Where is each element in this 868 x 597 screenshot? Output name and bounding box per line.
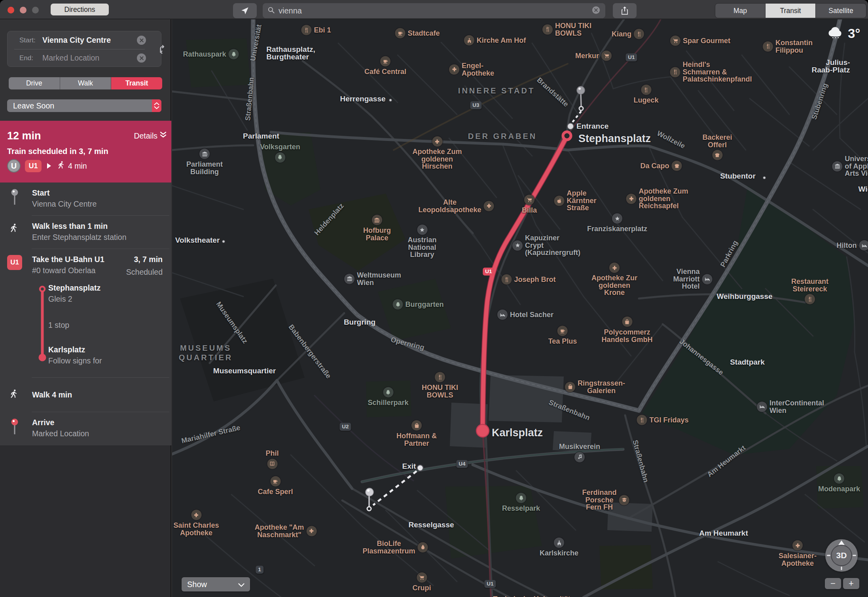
map-poi-label[interactable]: Da Capo <box>640 162 669 170</box>
poi-fork-icon <box>542 24 553 34</box>
tab-transit[interactable]: Transit <box>766 4 816 18</box>
map-poi-label[interactable]: Hofburg Palace <box>363 227 391 241</box>
details-button[interactable]: Details <box>134 131 167 141</box>
map-poi-label[interactable]: Apotheke Zum goldenen Reichsapfel <box>639 188 688 210</box>
poi-fork-icon <box>501 274 512 285</box>
map-poi-label[interactable]: Technische Universität <box>493 595 570 597</box>
map-poi-label[interactable]: Heindl's Schmarren & Palatschinkenpfandl <box>682 61 752 83</box>
zoom-button[interactable] <box>32 7 39 13</box>
current-location-button[interactable] <box>233 3 257 18</box>
route-step-walk: Walk 4 min <box>0 378 171 412</box>
map-poi-label[interactable]: Saint Charles Apotheke <box>173 522 219 536</box>
map-poi-label[interactable]: BioLife Plasmazentrum <box>362 540 415 555</box>
mode-walk[interactable]: Walk <box>60 77 112 89</box>
map-label-text: Wien Mitte <box>859 186 868 193</box>
map-poi-label[interactable]: Stadtcafe <box>407 30 440 37</box>
map-poi-label[interactable]: Ferdinand Porsche Fern FH <box>582 489 616 511</box>
clear-end-button[interactable] <box>137 53 146 63</box>
map-poi-label[interactable]: Kirche Am Hof <box>477 37 526 44</box>
map-poi-label[interactable]: Merkur <box>575 52 599 60</box>
map-street-label: Wollzeile <box>656 129 686 150</box>
map-poi-label[interactable]: HONU TIKI BOWLS <box>422 384 458 399</box>
map-poi-label[interactable]: Franziskanerplatz <box>587 225 647 233</box>
map-poi-label[interactable]: Kapuziner Crypt (Kapuzinergruft) <box>525 234 580 257</box>
map-poi-label[interactable]: Kiang <box>612 30 631 38</box>
end-field[interactable]: End: Marked Location <box>8 49 161 67</box>
map-poi-label[interactable]: Konstantin Filippou <box>775 39 813 54</box>
start-field[interactable]: Start: Vienna City Centre <box>8 31 161 49</box>
map-label-text: Kiang <box>612 30 631 38</box>
map-poi-label[interactable]: HONU TIKI BOWLS <box>555 22 591 37</box>
search-input[interactable]: vienna <box>263 3 605 18</box>
compass-3d-control[interactable]: 3D <box>825 539 858 572</box>
map-poi-label[interactable]: Apotheke "Am Naschmarkt" <box>255 524 304 538</box>
threed-button[interactable]: 3D <box>831 545 852 566</box>
map-label-text: Opernring <box>390 336 425 351</box>
map-poi-label[interactable]: Vienna Marriott Hotel <box>673 268 700 290</box>
map-poi-label[interactable]: Tea Plus <box>548 338 577 345</box>
swap-start-end-button[interactable] <box>156 44 168 56</box>
mode-transit[interactable]: Transit <box>111 77 162 89</box>
map-poi-label[interactable]: Lugeck <box>633 97 658 104</box>
map-poi-label[interactable]: Restaurant Steirereck <box>791 278 828 293</box>
map-poi-label[interactable]: Spar Gourmet <box>683 37 730 45</box>
map-poi-label[interactable]: Backerei Offerl <box>702 134 732 148</box>
map-poi-label[interactable]: Cafe Sperl <box>258 488 293 496</box>
map-poi-label[interactable]: University of Applied Arts Vienna <box>845 155 868 177</box>
depart-time-select[interactable]: Leave Soon <box>7 99 161 112</box>
map-poi-label[interactable]: Modenapark <box>818 485 860 493</box>
map-poi-label[interactable]: Austrian National Library <box>407 236 436 259</box>
map-label-text: Ringstrassen- Galerien <box>578 380 625 394</box>
map-canvas[interactable]: Ebi 1StadtcafeKirche Am HofHONU TIKI BOW… <box>172 19 868 597</box>
search-clear-button[interactable] <box>591 6 601 16</box>
tab-map[interactable]: Map <box>715 4 766 18</box>
map-poi-label[interactable]: Joseph Brot <box>514 276 555 283</box>
map-poi-label[interactable]: Volksgarten <box>260 143 300 151</box>
map-poi-label[interactable]: Ringstrassen- Galerien <box>578 380 625 394</box>
map-poi-label[interactable]: Engel- Apotheke <box>462 62 494 77</box>
map-street-label: Straßenbahn <box>244 77 255 121</box>
map-poi-label[interactable]: Karlskirche <box>540 549 578 557</box>
map-poi-label[interactable]: Apotheke Zur goldenen Krone <box>591 274 637 297</box>
map-poi-label[interactable]: Crupi <box>413 584 431 592</box>
poi-fork-icon <box>670 67 680 77</box>
clear-start-button[interactable] <box>137 36 146 45</box>
minimize-button[interactable] <box>20 7 27 13</box>
map-poi-label[interactable]: Apple Kärntner Straße <box>567 190 596 212</box>
map-poi-label[interactable]: Parliament Building <box>186 161 223 175</box>
cloud-icon <box>827 25 844 42</box>
map-poi-label[interactable]: Rathauspark <box>183 51 226 58</box>
tab-satellite[interactable]: Satellite <box>816 4 866 18</box>
map-poi-label[interactable]: Phil <box>265 450 279 457</box>
close-button[interactable] <box>8 7 14 13</box>
map-poi-label[interactable]: Weltmuseum Wien <box>357 272 401 286</box>
map-poi-label[interactable]: Hilton <box>837 242 857 249</box>
map-poi-label[interactable]: Hotel Sacher <box>510 311 553 319</box>
map-poi-label[interactable]: Burggarten <box>405 301 443 308</box>
show-dropdown[interactable]: Show <box>182 577 250 591</box>
mode-drive[interactable]: Drive <box>9 77 60 89</box>
map-poi-label[interactable]: Resselpark <box>502 505 540 512</box>
map-poi-label[interactable]: Billa <box>522 207 537 214</box>
directions-button[interactable]: Directions <box>51 4 109 15</box>
map-poi-label[interactable]: Apotheke Zum goldenen Hirschen <box>412 148 462 170</box>
map-poi-label[interactable]: Musikverein <box>559 443 600 451</box>
map-poi-label[interactable]: Polycommerz Handels GmbH <box>601 329 652 343</box>
map-label-text: Weihburggasse <box>716 293 772 300</box>
map-poi-label[interactable]: Schillerpark <box>368 399 408 407</box>
zoom-out-button[interactable]: − <box>825 578 841 589</box>
zoom-in-button[interactable]: + <box>843 578 859 589</box>
map-street-label: Parlament <box>243 133 279 140</box>
poi-fork-icon <box>634 29 644 39</box>
map-poi-label[interactable]: Alte Leopoldsapotheke <box>418 199 481 213</box>
map-poi-label[interactable]: Salesianer- Apotheke <box>779 552 817 567</box>
map-poi-label[interactable]: TGI Fridays <box>649 416 688 424</box>
share-button[interactable] <box>613 3 637 18</box>
map-label-text: Cafe Sperl <box>258 488 293 496</box>
map-poi-label[interactable]: Café Central <box>364 68 406 76</box>
map-poi-label[interactable]: Hoffmann & Partner <box>396 432 437 447</box>
map-poi-label[interactable]: Ebi 1 <box>314 27 331 34</box>
map-poi-label[interactable]: InterContinental Wien <box>769 399 824 414</box>
map-street-label: Straßenbahn <box>548 399 591 422</box>
route-summary-card[interactable]: 12 min Details Train scheduled in 3, 7 m… <box>0 121 171 183</box>
